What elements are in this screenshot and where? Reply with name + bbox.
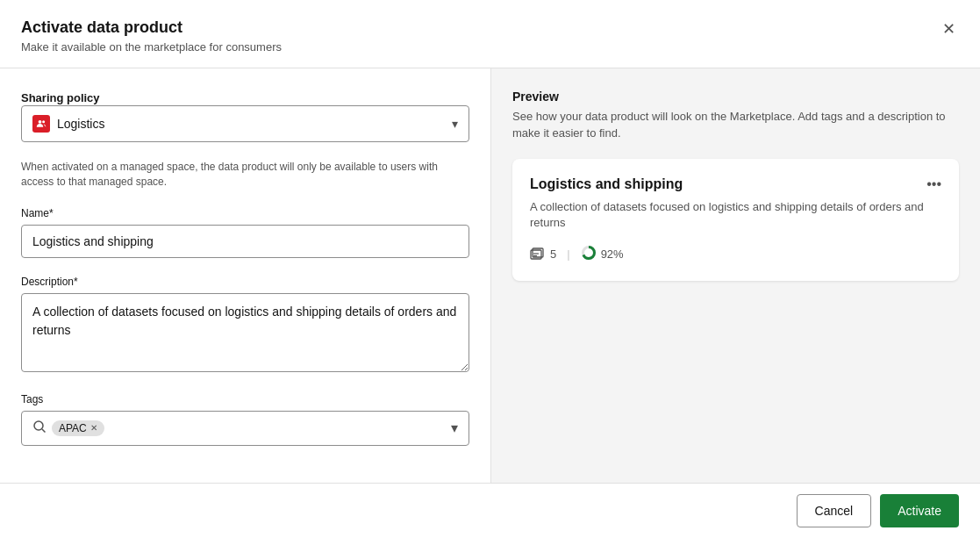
sharing-policy-helper: When activated on a managed space, the d… bbox=[21, 160, 469, 190]
more-options-icon[interactable]: ••• bbox=[926, 176, 941, 192]
description-textarea[interactable]: A collection of datasets focused on logi… bbox=[21, 293, 469, 372]
modal-header: Activate data product Make it available … bbox=[0, 0, 980, 68]
close-button[interactable]: ✕ bbox=[939, 18, 959, 40]
preview-card: Logistics and shipping ••• A collection … bbox=[512, 159, 959, 281]
svg-point-2 bbox=[34, 421, 43, 430]
preview-card-meta: 5 | 92% bbox=[530, 245, 941, 263]
tag-apac: APAC ✕ bbox=[52, 420, 104, 436]
sharing-policy-value: Logistics bbox=[57, 117, 104, 131]
chevron-down-icon: ▾ bbox=[452, 117, 458, 131]
sharing-policy-icon bbox=[32, 115, 50, 133]
meta-separator: | bbox=[567, 247, 569, 261]
tags-label: Tags bbox=[21, 393, 469, 405]
quality-donut-icon bbox=[581, 245, 597, 263]
modal-footer: Cancel Activate bbox=[0, 483, 980, 538]
svg-line-3 bbox=[42, 429, 46, 433]
dataset-count-value: 5 bbox=[550, 247, 556, 261]
dataset-count-item: 5 bbox=[530, 247, 556, 262]
sharing-policy-select[interactable]: Logistics ▾ bbox=[21, 105, 469, 142]
modal-body: Sharing policy Logistics ▾ When activate bbox=[0, 68, 980, 483]
tags-chevron-icon: ▾ bbox=[451, 420, 458, 436]
description-label: Description* bbox=[21, 276, 469, 288]
description-field-group: Description* A collection of datasets fo… bbox=[21, 276, 469, 376]
tag-remove-button[interactable]: ✕ bbox=[90, 423, 97, 433]
activate-button[interactable]: Activate bbox=[880, 494, 959, 527]
quality-item: 92% bbox=[581, 245, 624, 263]
sharing-policy-group: Sharing policy Logistics ▾ bbox=[21, 90, 469, 142]
right-panel: Preview See how your data product will l… bbox=[491, 68, 980, 483]
search-icon bbox=[32, 420, 46, 437]
dataset-icon bbox=[530, 247, 546, 262]
modal-subtitle: Make it available on the marketplace for… bbox=[21, 40, 282, 54]
modal-header-text: Activate data product Make it available … bbox=[21, 18, 282, 54]
preview-title: Preview bbox=[512, 90, 959, 104]
activate-data-product-modal: Activate data product Make it available … bbox=[0, 0, 980, 538]
left-panel: Sharing policy Logistics ▾ When activate bbox=[0, 68, 491, 483]
preview-card-description: A collection of datasets focused on logi… bbox=[530, 199, 941, 231]
sharing-policy-label: Sharing policy bbox=[21, 91, 100, 104]
tag-label: APAC bbox=[59, 422, 87, 434]
name-label: Name* bbox=[21, 207, 469, 219]
svg-point-1 bbox=[42, 121, 45, 124]
modal-title: Activate data product bbox=[21, 18, 282, 38]
quality-percent-value: 92% bbox=[601, 247, 624, 261]
svg-point-0 bbox=[39, 120, 42, 124]
preview-card-title: Logistics and shipping bbox=[530, 176, 683, 192]
tags-field-group: Tags APAC ✕ ▾ bbox=[21, 393, 469, 446]
name-field-group: Name* bbox=[21, 207, 469, 258]
tags-input[interactable]: APAC ✕ ▾ bbox=[21, 411, 469, 446]
preview-description: See how your data product will look on t… bbox=[512, 109, 959, 140]
preview-card-header: Logistics and shipping ••• bbox=[530, 176, 941, 192]
cancel-button[interactable]: Cancel bbox=[797, 494, 872, 527]
name-input[interactable] bbox=[21, 225, 469, 258]
